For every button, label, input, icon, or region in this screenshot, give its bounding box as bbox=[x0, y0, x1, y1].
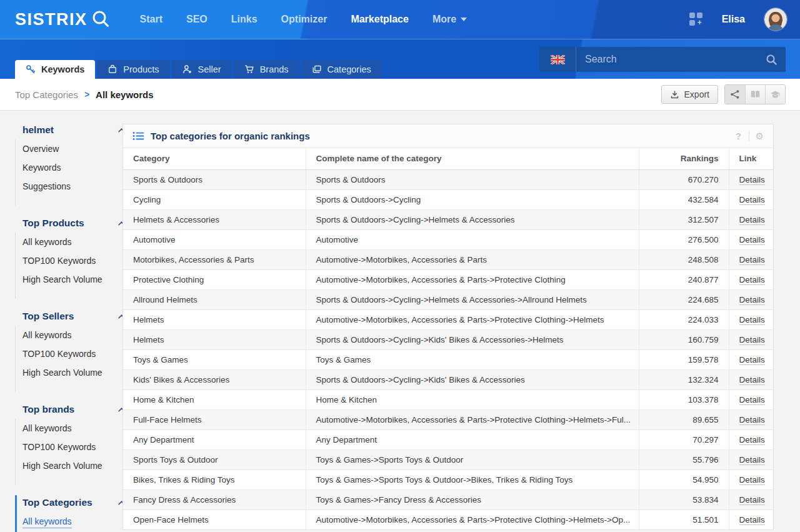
tab-keywords[interactable]: Keywords bbox=[15, 60, 95, 79]
sidebar-item[interactable]: Keywords bbox=[22, 163, 61, 173]
cell-link: Details bbox=[729, 289, 773, 309]
nav-item-marketplace[interactable]: Marketplace bbox=[351, 14, 409, 25]
cell-full-name: Automotive->Motorbikes, Accessories & Pa… bbox=[306, 249, 639, 269]
details-link[interactable]: Details bbox=[739, 415, 765, 425]
sidebar-section-header[interactable]: Top Products bbox=[22, 218, 125, 229]
cell-link: Details bbox=[729, 189, 773, 209]
sidebar-item[interactable]: All keywords bbox=[22, 238, 72, 247]
sidebar-item[interactable]: Suggestions bbox=[22, 182, 71, 191]
breadcrumb-parent[interactable]: Top Categories bbox=[15, 89, 78, 100]
cell-full-name: Sports & Outdoors bbox=[306, 169, 639, 189]
nav-item-more[interactable]: More bbox=[432, 14, 467, 25]
action-icon-group bbox=[724, 84, 786, 104]
sidebar-item[interactable]: High Search Volume bbox=[22, 461, 102, 471]
table-row: Helmets & Accessories Sports & Outdoors-… bbox=[123, 209, 773, 229]
details-link[interactable]: Details bbox=[739, 235, 765, 245]
sidebar-section-header[interactable]: helmet bbox=[22, 124, 125, 136]
logo-text: SISTRIX bbox=[15, 10, 88, 29]
cell-link: Details bbox=[729, 309, 773, 329]
download-icon bbox=[670, 90, 679, 99]
details-link[interactable]: Details bbox=[739, 275, 765, 285]
sidebar-section-title: Top Sellers bbox=[22, 311, 74, 322]
cell-full-name: Automotive bbox=[306, 229, 639, 249]
cell-category: Motorbikes, Accessories & Parts bbox=[123, 249, 306, 269]
help-icon[interactable]: ? bbox=[734, 131, 742, 141]
sidebar-item[interactable]: All keywords bbox=[22, 517, 72, 528]
sidebar-section-header[interactable]: Top brands bbox=[22, 404, 125, 415]
cell-rankings: 240.877 bbox=[639, 269, 729, 289]
details-link[interactable]: Details bbox=[739, 355, 765, 365]
apps-grid-icon[interactable]: + bbox=[689, 13, 703, 26]
sidebar-item[interactable]: All keywords bbox=[22, 424, 72, 433]
search-icon[interactable] bbox=[757, 54, 786, 66]
table-row: Helmets Automotive->Motorbikes, Accessor… bbox=[123, 309, 773, 329]
sidebar-item[interactable]: TOP100 Keywords bbox=[22, 349, 96, 359]
sidebar-item[interactable]: High Search Volume bbox=[22, 275, 102, 284]
sidebar-section: Top brands All keywords TOP100 Keywords … bbox=[15, 404, 125, 480]
uk-flag-icon[interactable] bbox=[539, 47, 576, 72]
cell-full-name: Automotive->Motorbikes, Accessories & Pa… bbox=[306, 409, 639, 429]
details-link[interactable]: Details bbox=[739, 495, 765, 505]
details-link[interactable]: Details bbox=[739, 215, 765, 225]
graduation-cap-icon[interactable] bbox=[765, 85, 785, 104]
table-row: Open-Face Helmets Automotive->Motorbikes… bbox=[123, 509, 773, 529]
nav-item-seo[interactable]: SEO bbox=[186, 14, 208, 25]
details-link[interactable]: Details bbox=[739, 375, 765, 385]
share-icon[interactable] bbox=[725, 85, 745, 104]
book-icon[interactable] bbox=[745, 85, 765, 104]
tab-products[interactable]: Products bbox=[97, 60, 169, 79]
sidebar-item[interactable]: TOP100 Keywords bbox=[22, 256, 96, 266]
details-link[interactable]: Details bbox=[739, 475, 765, 485]
details-link[interactable]: Details bbox=[739, 315, 765, 325]
cell-full-name: Toys & Games->Sports Toys & Outdoor bbox=[306, 449, 639, 469]
sidebar-section-title: Top Categories bbox=[22, 497, 92, 508]
details-link[interactable]: Details bbox=[739, 175, 765, 185]
details-link[interactable]: Details bbox=[739, 395, 765, 405]
tab-label: Products bbox=[123, 64, 159, 74]
top-navigation-bar: SISTRIX Start SEO Links Optimizer Market… bbox=[0, 0, 800, 39]
nav-item-optimizer[interactable]: Optimizer bbox=[281, 14, 328, 25]
details-link[interactable]: Details bbox=[739, 195, 765, 205]
cell-full-name: Toys & Games bbox=[306, 349, 639, 369]
avatar[interactable] bbox=[764, 8, 788, 31]
tab-bar: Keywords Products Seller Brands bbox=[15, 60, 382, 79]
cell-full-name: Sports & Outdoors->Cycling->Helmets & Ac… bbox=[306, 209, 639, 229]
gear-icon[interactable]: ⚙ bbox=[756, 131, 764, 141]
nav-item-start[interactable]: Start bbox=[140, 14, 162, 25]
breadcrumb-current: All keywords bbox=[96, 89, 154, 100]
search-input[interactable] bbox=[576, 54, 757, 65]
main-nav: Start SEO Links Optimizer Marketplace Mo… bbox=[140, 14, 468, 25]
cell-link: Details bbox=[729, 509, 773, 529]
details-link[interactable]: Details bbox=[739, 255, 765, 265]
rankings-table: Category Complete name of the category R… bbox=[123, 148, 773, 529]
cell-full-name: Automotive->Motorbikes, Accessories & Pa… bbox=[306, 309, 639, 329]
tab-seller[interactable]: Seller bbox=[172, 60, 232, 79]
tab-brands[interactable]: Brands bbox=[234, 60, 299, 79]
cell-link: Details bbox=[729, 469, 773, 489]
nav-item-links[interactable]: Links bbox=[231, 14, 258, 25]
details-link[interactable]: Details bbox=[739, 335, 765, 345]
breadcrumb-actions: Export bbox=[661, 84, 786, 104]
cell-full-name: Home & Kitchen bbox=[306, 389, 639, 409]
sidebar-item[interactable]: All keywords bbox=[22, 331, 72, 340]
details-link[interactable]: Details bbox=[739, 455, 765, 465]
tab-categories[interactable]: Categories bbox=[301, 60, 382, 79]
tab-label: Categories bbox=[328, 64, 371, 74]
sidebar-item[interactable]: Overview bbox=[22, 144, 59, 154]
cell-category: Any Department bbox=[123, 429, 306, 449]
sidebar-section-header[interactable]: Top Categories bbox=[22, 497, 125, 508]
export-button[interactable]: Export bbox=[661, 85, 718, 104]
cell-rankings: 89.655 bbox=[639, 409, 729, 429]
sistrix-logo[interactable]: SISTRIX bbox=[15, 9, 111, 30]
cell-rankings: 432.584 bbox=[639, 189, 729, 209]
details-link[interactable]: Details bbox=[739, 435, 765, 445]
sidebar-section-items: All keywords TOP100 Keywords High Search… bbox=[22, 238, 125, 294]
sidebar-item[interactable]: High Search Volume bbox=[22, 368, 102, 378]
sidebar-item[interactable]: TOP100 Keywords bbox=[22, 443, 96, 452]
cell-full-name: Toys & Games->Sports Toys & Outdoor->Bik… bbox=[306, 469, 639, 489]
cell-rankings: 224.033 bbox=[639, 309, 729, 329]
sidebar-section-header[interactable]: Top Sellers bbox=[22, 311, 125, 322]
details-link[interactable]: Details bbox=[739, 515, 765, 525]
details-link[interactable]: Details bbox=[739, 295, 765, 305]
list-icon bbox=[132, 131, 144, 141]
